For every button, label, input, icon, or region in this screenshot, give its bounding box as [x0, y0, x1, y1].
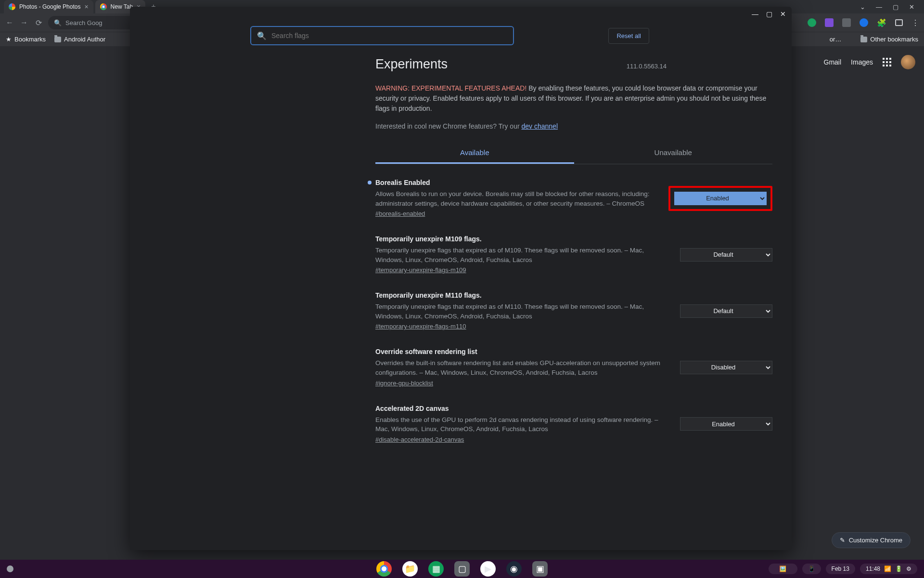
settings-icon: ⚙: [906, 565, 911, 572]
reset-all-button[interactable]: Reset all: [608, 28, 649, 44]
date-pill[interactable]: Feb 13: [826, 564, 855, 574]
flag-select-wrap: Enabled: [680, 405, 772, 444]
flag-title: Borealis Enabled: [375, 179, 654, 186]
gmail-link[interactable]: Gmail: [824, 58, 842, 66]
pencil-icon: ✎: [840, 537, 845, 544]
page-title: Experiments: [375, 57, 448, 72]
wifi-icon: 📶: [884, 565, 891, 572]
flags-header: 🔍 Reset all: [130, 21, 792, 45]
dev-channel-line: Interested in cool new Chrome features? …: [375, 122, 667, 130]
customize-chrome-button[interactable]: ✎ Customize Chrome: [832, 532, 911, 548]
flags-body: Experiments 111.0.5563.14 WARNING: EXPER…: [130, 45, 792, 461]
flag-row: Temporarily unexpire M110 flags.Temporar…: [375, 291, 772, 330]
flag-row: Accelerated 2D canvasEnables the use of …: [375, 405, 772, 444]
flag-desc: Overrides the built-in software renderin…: [375, 358, 666, 377]
star-icon: ★: [6, 36, 12, 43]
menu-icon[interactable]: ⋮: [911, 18, 919, 27]
google-photos-icon: [9, 3, 15, 10]
flag-row: Temporarily unexpire M109 flags.Temporar…: [375, 235, 772, 274]
flag-title-text: Accelerated 2D canvas: [375, 405, 449, 412]
extension-icon[interactable]: [842, 18, 851, 27]
tab-unavailable[interactable]: Unavailable: [574, 143, 773, 164]
search-input[interactable]: 🔍: [250, 26, 514, 45]
bookmark-folder[interactable]: Android Author: [54, 36, 105, 43]
drive-icon[interactable]: 📁: [402, 561, 418, 577]
maximize-icon[interactable]: ▢: [766, 10, 772, 18]
back-icon[interactable]: ←: [5, 18, 14, 27]
flag-hash-link[interactable]: #temporary-unexpire-flags-m110: [375, 323, 466, 330]
dev-prefix: Interested in cool new Chrome features? …: [375, 122, 521, 130]
sidepanel-icon[interactable]: [895, 19, 903, 26]
flags-titlebar: — ▢ ✕: [130, 7, 792, 21]
tab-available[interactable]: Available: [375, 143, 574, 164]
flag-hash-link[interactable]: #temporary-unexpire-flags-m109: [375, 266, 466, 274]
launcher-icon[interactable]: [7, 565, 13, 572]
shelf-apps: 📁 ▦ ▢ ▶ ◉ ▣: [376, 561, 548, 577]
highlight-box: Enabled: [668, 186, 772, 211]
extensions-icon[interactable]: 🧩: [877, 18, 886, 27]
flag-hash-link[interactable]: #ignore-gpu-blocklist: [375, 380, 433, 387]
tote-icon[interactable]: 🖼️: [769, 564, 797, 574]
flag-text: Temporarily unexpire M109 flags.Temporar…: [375, 235, 666, 274]
tab-photos[interactable]: Photos - Google Photos ×: [4, 0, 93, 13]
flag-title: Accelerated 2D canvas: [375, 405, 666, 412]
flag-select[interactable]: Default: [680, 304, 772, 318]
app-icon[interactable]: ▣: [532, 561, 548, 577]
avatar[interactable]: [901, 55, 915, 69]
extension-icon[interactable]: [825, 18, 834, 27]
flag-text: Temporarily unexpire M110 flags.Temporar…: [375, 291, 666, 330]
ntp-links: Gmail Images: [824, 55, 915, 69]
flag-text: Accelerated 2D canvasEnables the use of …: [375, 405, 666, 444]
flag-select-wrap: Default: [680, 235, 772, 274]
flags-list: Borealis EnabledAllows Borealis to run o…: [375, 179, 772, 444]
bookmarks-root[interactable]: ★ Bookmarks: [6, 36, 46, 43]
flag-title: Temporarily unexpire M110 flags.: [375, 291, 666, 299]
bookmarks-label: Bookmarks: [14, 36, 46, 43]
flag-hash-link[interactable]: #disable-accelerated-2d-canvas: [375, 436, 464, 443]
play-icon[interactable]: ▶: [480, 561, 496, 577]
maximize-icon[interactable]: ▢: [893, 3, 898, 11]
chrome-icon[interactable]: [376, 561, 392, 577]
close-icon[interactable]: ✕: [780, 10, 786, 18]
forward-icon[interactable]: →: [19, 18, 29, 27]
minimize-icon[interactable]: —: [876, 3, 882, 11]
flag-select[interactable]: Default: [680, 248, 772, 262]
extension-icon[interactable]: [808, 18, 816, 27]
apps-icon[interactable]: [883, 58, 891, 66]
status-tray[interactable]: 11:48 📶 🔋 ⚙: [860, 564, 917, 574]
bookmark-overflow[interactable]: or…: [830, 36, 842, 43]
flag-title: Temporarily unexpire M109 flags.: [375, 235, 666, 243]
flag-select[interactable]: Disabled: [680, 361, 772, 374]
flag-title-text: Borealis Enabled: [375, 179, 430, 186]
flag-desc: Allows Borealis to run on your device. B…: [375, 189, 654, 208]
phone-hub-icon[interactable]: 📱: [802, 564, 821, 574]
sheets-icon[interactable]: ▦: [428, 561, 444, 577]
modified-dot-icon: [368, 181, 372, 184]
close-icon[interactable]: ×: [84, 3, 88, 11]
dev-channel-link[interactable]: dev channel: [521, 122, 558, 130]
search-icon: 🔍: [257, 31, 267, 40]
reload-icon[interactable]: ⟳: [34, 18, 43, 27]
version: 111.0.5563.14: [627, 63, 667, 70]
bookmark-folder-label: Android Author: [64, 36, 105, 43]
steam-icon[interactable]: ◉: [506, 561, 522, 577]
customize-label: Customize Chrome: [849, 537, 902, 544]
flag-select[interactable]: Enabled: [674, 192, 767, 205]
flag-title-text: Temporarily unexpire M109 flags.: [375, 235, 482, 243]
shelf: 📁 ▦ ▢ ▶ ◉ ▣ 🖼️ 📱 Feb 13 11:48 📶 🔋 ⚙: [0, 560, 924, 578]
flag-hash-link[interactable]: #borealis-enabled: [375, 210, 425, 217]
flag-select[interactable]: Enabled: [680, 417, 772, 431]
flag-select-wrap: Default: [680, 291, 772, 330]
other-bookmarks[interactable]: Other bookmarks: [870, 36, 918, 43]
extension-icon[interactable]: [860, 18, 868, 27]
search-field[interactable]: [271, 32, 507, 39]
chevron-down-icon[interactable]: ⌄: [860, 3, 865, 11]
files-icon[interactable]: ▢: [454, 561, 470, 577]
flag-title: Override software rendering list: [375, 348, 666, 355]
images-link[interactable]: Images: [851, 58, 873, 66]
minimize-icon[interactable]: —: [752, 10, 758, 18]
search-icon: 🔍: [54, 19, 62, 26]
flag-desc: Enables the use of the GPU to perform 2d…: [375, 415, 666, 434]
close-icon[interactable]: ✕: [909, 3, 914, 11]
flags-tabs: Available Unavailable: [375, 143, 772, 164]
